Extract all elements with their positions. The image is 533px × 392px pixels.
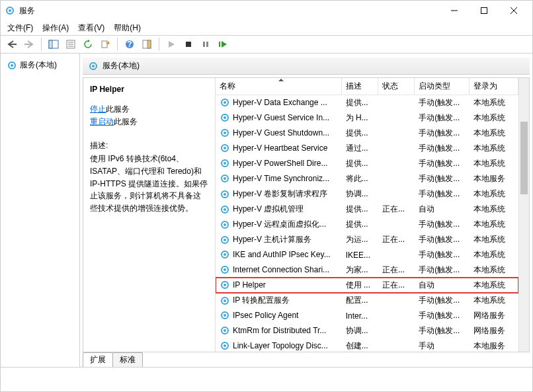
gear-icon	[220, 128, 230, 138]
minimize-button[interactable]	[439, 1, 469, 20]
service-row[interactable]: IP Helper使用 ...正在...自动本地系统	[216, 278, 518, 293]
svg-rect-22	[219, 42, 220, 47]
services-icon	[7, 60, 17, 71]
service-row[interactable]: Hyper-V Data Exchange ...提供...手动(触发...本地…	[216, 95, 518, 111]
svg-point-46	[224, 239, 226, 241]
service-logon: 本地系统	[469, 293, 518, 308]
svg-point-34	[224, 147, 226, 149]
gear-icon	[220, 235, 230, 245]
service-logon: 本地系统	[469, 141, 518, 156]
service-row[interactable]: IPsec Policy AgentInter...手动(触发...网络服务	[216, 308, 518, 323]
close-button[interactable]	[499, 1, 528, 20]
service-row[interactable]: Hyper-V Guest Shutdown...提供...手动(触发...本地…	[216, 126, 518, 141]
refresh-button[interactable]	[81, 37, 95, 52]
export-button[interactable]	[98, 37, 112, 52]
gear-icon	[220, 112, 230, 123]
svg-point-60	[224, 344, 226, 347]
show-hide-tree-button[interactable]	[46, 37, 61, 52]
service-name: Hyper-V 虚拟机管理	[233, 204, 304, 215]
tree-services-local[interactable]: 服务(本地)	[3, 58, 77, 73]
svg-rect-19	[186, 42, 191, 47]
col-desc[interactable]: 描述	[342, 78, 378, 95]
action-pane-button[interactable]	[140, 37, 154, 52]
service-desc: 为运...	[342, 232, 378, 247]
service-startup: 自动	[415, 278, 470, 293]
tab-standard[interactable]: 标准	[112, 352, 143, 367]
menu-help[interactable]: 帮助(H)	[114, 22, 141, 34]
service-row[interactable]: Hyper-V PowerShell Dire...提供...手动(触发...本…	[216, 156, 518, 171]
service-row[interactable]: Hyper-V 虚拟机管理提供...正在...自动本地系统	[216, 202, 518, 217]
service-row[interactable]: Hyper-V Time Synchroniz...将此...手动(触发...本…	[216, 171, 518, 186]
service-desc: 协调...	[342, 186, 378, 202]
maximize-button[interactable]	[469, 1, 499, 20]
svg-text:?: ?	[127, 40, 132, 49]
properties-button[interactable]	[63, 37, 78, 52]
gear-icon	[220, 295, 230, 306]
tree-item-label: 服务(本地)	[20, 59, 57, 71]
forward-button[interactable]	[22, 37, 36, 52]
restart-link[interactable]: 重启动	[90, 117, 114, 126]
start-service-button[interactable]	[164, 37, 179, 52]
service-desc: 为 H...	[342, 110, 378, 126]
service-name: IKE and AuthIP IPsec Key...	[233, 250, 331, 259]
tree-pane: 服务(本地)	[1, 54, 80, 367]
service-row[interactable]: Hyper-V Guest Service In...为 H...手动(触发..…	[216, 110, 518, 126]
pause-service-button[interactable]	[198, 37, 213, 52]
service-row[interactable]: Link-Layer Topology Disc...创建...手动本地服务	[216, 338, 518, 352]
help-button[interactable]: ?	[122, 37, 137, 52]
stop-service-button[interactable]	[181, 37, 196, 52]
svg-point-54	[224, 299, 226, 302]
service-name: Link-Layer Topology Disc...	[233, 341, 328, 350]
service-name: Internet Connection Shari...	[233, 265, 329, 274]
service-startup: 手动(触发...	[415, 95, 470, 111]
gear-icon	[220, 219, 230, 230]
vertical-scrollbar[interactable]	[518, 78, 529, 352]
service-row[interactable]: Hyper-V Heartbeat Service通过...手动(触发...本地…	[216, 141, 518, 156]
col-name[interactable]: 名称	[216, 78, 342, 95]
service-desc: 提供...	[342, 217, 378, 232]
stop-link[interactable]: 停止	[90, 104, 106, 114]
service-row[interactable]: IKE and AuthIP IPsec Key...IKEE...手动(触发.…	[216, 247, 518, 262]
service-logon: 本地系统	[469, 202, 518, 217]
service-name: Hyper-V Data Exchange ...	[233, 98, 327, 107]
col-status[interactable]: 状态	[378, 78, 415, 95]
service-desc: 将此...	[342, 171, 378, 186]
scrollbar-thumb[interactable]	[520, 122, 528, 194]
service-startup: 手动(触发...	[415, 156, 470, 171]
service-row[interactable]: KtmRm for Distributed Tr...协调...手动(触发...…	[216, 323, 518, 338]
service-row[interactable]: Hyper-V 卷影复制请求程序协调...手动(触发...本地系统	[216, 186, 518, 202]
restart-service-button[interactable]	[216, 37, 230, 52]
col-startup[interactable]: 启动类型	[415, 78, 470, 95]
service-startup: 手动(触发...	[415, 126, 470, 141]
services-icon	[5, 5, 15, 16]
status-bar	[1, 367, 532, 381]
restart-suffix: 此服务	[114, 117, 138, 126]
service-desc: 提供...	[342, 126, 378, 141]
service-desc: 配置...	[342, 293, 378, 308]
svg-point-38	[224, 177, 226, 180]
service-startup: 手动	[415, 338, 470, 352]
menu-view[interactable]: 查看(V)	[78, 22, 104, 34]
service-row[interactable]: Internet Connection Shari...为家...正在...手动…	[216, 262, 518, 278]
service-status	[378, 110, 415, 126]
service-row[interactable]: Hyper-V 主机计算服务为运...正在...手动(触发...本地系统	[216, 232, 518, 247]
service-status	[378, 247, 415, 262]
service-startup: 手动(触发...	[415, 232, 470, 247]
service-status	[378, 141, 415, 156]
menu-action[interactable]: 操作(A)	[42, 22, 69, 34]
menu-file[interactable]: 文件(F)	[7, 22, 33, 34]
col-logon[interactable]: 登录为	[469, 78, 518, 95]
service-status	[378, 171, 415, 186]
service-status	[378, 95, 415, 111]
service-name: Hyper-V Guest Service In...	[233, 113, 329, 122]
service-row[interactable]: IP 转换配置服务配置...手动(触发...本地系统	[216, 293, 518, 308]
back-button[interactable]	[5, 37, 19, 52]
service-startup: 手动(触发...	[415, 217, 470, 232]
service-name: Hyper-V PowerShell Dire...	[233, 159, 327, 168]
service-list[interactable]: 名称 描述 状态 启动类型 登录为 Hyper-V Data Exchange …	[216, 78, 518, 352]
tab-extended[interactable]: 扩展	[83, 352, 113, 367]
svg-point-28	[224, 101, 226, 104]
service-status	[378, 156, 415, 171]
service-row[interactable]: Hyper-V 远程桌面虚拟化...提供...手动(触发...本地系统	[216, 217, 518, 232]
service-name: Hyper-V 主机计算服务	[233, 234, 311, 245]
